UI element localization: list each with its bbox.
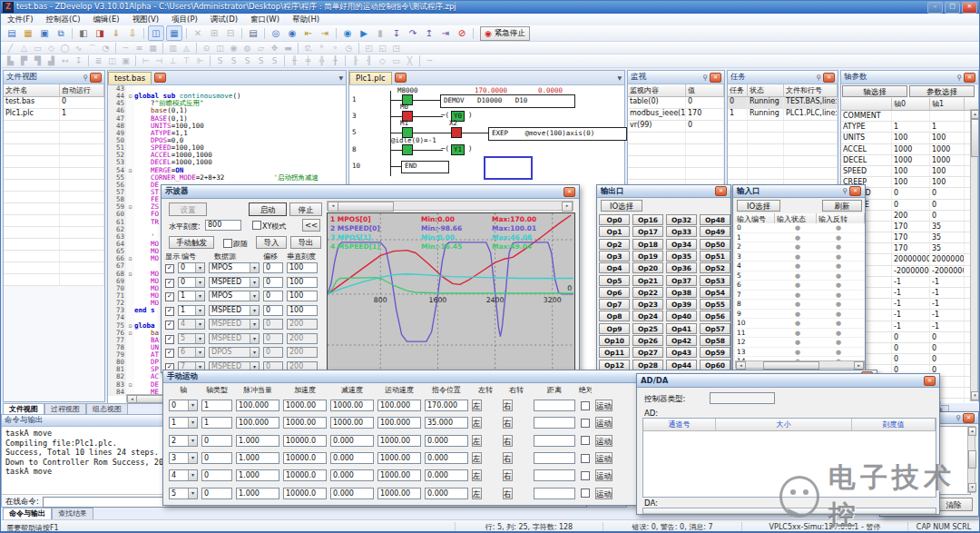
close-button[interactable]: ✕ <box>962 2 977 14</box>
cmdpos-input[interactable]: 35.000 <box>425 417 468 429</box>
capture-vscrollbar[interactable]: ▴ ▾ <box>967 426 975 493</box>
channel-scale-input[interactable]: 200 <box>287 347 318 358</box>
file-row-test.bas[interactable]: test.bas0 <box>4 97 104 109</box>
console-tab-1[interactable]: 查找结果 <box>52 508 93 519</box>
output-op18-button[interactable]: Op18 <box>632 239 663 250</box>
output-op26-button[interactable]: Op26 <box>632 335 663 346</box>
channel-scale-input[interactable]: 200 <box>287 319 318 330</box>
axis-dropdown[interactable]: 1 <box>169 417 198 429</box>
tab-plc1-plc[interactable]: Plc1.plc <box>349 72 392 84</box>
speed-input[interactable]: 1000.00 <box>377 435 421 447</box>
pin-icon[interactable]: ⚲ <box>842 187 848 195</box>
output-op24-button[interactable]: Op24 <box>632 311 663 321</box>
contact-edge-icon[interactable]: ⊩ <box>194 55 206 66</box>
pulse-unit-input[interactable]: 1.000 <box>236 469 279 481</box>
axis-dropdown[interactable]: 0 <box>169 400 198 411</box>
decel-input[interactable]: 0.000 <box>330 488 374 499</box>
copy-ladder-icon[interactable]: ▛ <box>18 55 30 66</box>
lamp-icon[interactable]: ⊙ <box>201 43 212 54</box>
cmdpos-input[interactable]: 0.000 <box>425 452 468 464</box>
page-icon[interactable]: ◳ <box>390 43 402 54</box>
jog-left-button[interactable]: 左 <box>472 417 482 429</box>
pin-icon[interactable]: ⚲ <box>83 74 88 82</box>
contact-p-icon[interactable]: ⊥ <box>167 55 179 66</box>
output-op9-button[interactable]: Op9 <box>599 323 630 334</box>
accel-input[interactable]: 10000.0 <box>283 469 327 481</box>
jog-right-button[interactable]: 右 <box>503 452 513 464</box>
da-table[interactable] <box>642 508 936 514</box>
input-invert-led[interactable]: ● <box>836 281 841 289</box>
ctrl-type-field[interactable] <box>710 392 775 404</box>
file-col-name[interactable]: 文件名 <box>4 84 60 96</box>
output-op12-button[interactable]: Op12 <box>599 360 630 370</box>
jog-left-button[interactable]: 左 <box>472 400 482 411</box>
scope-graph[interactable]: 8001600240032000 1 MPOS[0]Min:0.00Max:17… <box>327 212 575 372</box>
jog-left-button[interactable]: 左 <box>472 452 482 464</box>
scope-channel-3[interactable]: ✓1MSPEED0100 <box>162 304 325 319</box>
hand-icon[interactable]: ✥ <box>269 43 280 54</box>
scope-channel-4[interactable]: ✓4MSPEED0200 <box>162 318 325 332</box>
scope-channel-5[interactable]: ✓5MSPEED0200 <box>162 332 325 347</box>
axis-dropdown[interactable]: 2 <box>169 435 198 447</box>
input-invert-led[interactable]: ● <box>836 301 841 308</box>
distance-input[interactable] <box>534 435 575 447</box>
axis0-col[interactable]: 轴0 <box>892 98 930 110</box>
maximize-button[interactable]: □ <box>945 2 960 14</box>
output-op7-button[interactable]: Op7 <box>599 299 630 310</box>
jog-right-button[interactable]: 右 <box>503 469 513 481</box>
absolute-checkbox[interactable] <box>581 454 590 463</box>
channel-scale-input[interactable]: 100 <box>287 291 318 301</box>
speed-input[interactable]: 1000.00 <box>377 469 421 481</box>
task-col[interactable]: 文件和行号 <box>784 84 838 96</box>
output-op35-button[interactable]: Op35 <box>666 251 697 262</box>
jog-right-button[interactable]: 右 <box>503 400 513 411</box>
channel-show-checkbox[interactable]: ✓ <box>165 307 174 316</box>
channel-show-checkbox[interactable]: ✓ <box>165 321 174 330</box>
task-row-1[interactable]: 1RunningPLC1.PLC,line:1 <box>728 109 838 121</box>
arrow-left-icon[interactable]: ↤ <box>59 55 71 66</box>
arrow-down-icon[interactable]: ↧ <box>73 55 84 66</box>
input-hscrollbar[interactable]: ◂ ▸ <box>735 360 865 369</box>
step-out-icon[interactable]: ↥ <box>422 26 436 40</box>
menu-item-4[interactable]: 项目(P) <box>165 15 204 25</box>
table-icon[interactable]: ▦ <box>147 43 159 54</box>
file-col-autorun[interactable]: 自动运行 <box>60 84 104 96</box>
output-op42-button[interactable]: Op42 <box>666 335 697 346</box>
output-op28-button[interactable]: Op28 <box>632 360 663 370</box>
axis-param-row[interactable]: DECEL10001000 <box>841 155 978 166</box>
axis-param-row[interactable]: ACCEL10001000 <box>841 144 978 155</box>
save-icon[interactable]: ▣ <box>37 26 52 40</box>
distance-input[interactable] <box>534 400 575 411</box>
pin-icon[interactable]: ⚲ <box>816 74 821 82</box>
channel-number-dropdown[interactable]: 0 <box>178 277 205 288</box>
pulse-unit-input[interactable]: 100.000 <box>236 400 279 411</box>
ad-col[interactable]: 刻度值 <box>852 419 936 430</box>
del-bar-icon[interactable]: ╂ <box>329 55 341 66</box>
scope-channel-2[interactable]: ✓1MPOS0100 <box>162 290 325 304</box>
close-icon[interactable]: ✕ <box>963 413 975 423</box>
refresh-button[interactable]: 刷新 <box>822 200 862 212</box>
run-icon[interactable]: ◉ <box>340 26 355 40</box>
insert-row-icon[interactable]: ▜ <box>32 55 44 66</box>
menu-item-1[interactable]: 控制器(C) <box>40 15 87 25</box>
contact-no-icon[interactable]: ⊢ <box>140 55 152 66</box>
output-op1-button[interactable]: Op1 <box>599 226 630 237</box>
rung-icon[interactable]: ≣ <box>93 55 104 66</box>
pulse-unit-input[interactable]: 1.000 <box>236 452 279 464</box>
axis-dropdown[interactable]: 5 <box>169 488 198 499</box>
output-op36-button[interactable]: Op36 <box>666 262 697 273</box>
distance-input[interactable] <box>534 417 575 429</box>
axis-type-input[interactable]: 1 <box>201 417 232 429</box>
cmdpos-input[interactable]: 0.000 <box>425 435 468 447</box>
input-invert-led[interactable]: ● <box>836 243 841 251</box>
wire-del-icon[interactable]: ╳ <box>404 55 416 66</box>
emergency-stop-button[interactable]: ◉紧急停止 <box>480 26 530 41</box>
absolute-checkbox[interactable] <box>581 489 590 498</box>
collapse-button[interactable]: << <box>302 219 320 232</box>
output-op58-button[interactable]: Op58 <box>700 335 730 346</box>
channel-offset-input[interactable]: 0 <box>263 262 283 273</box>
output-op38-button[interactable]: Op38 <box>666 287 697 298</box>
reset-coil-icon[interactable]: S <box>241 55 253 66</box>
channel-scale-input[interactable]: 200 <box>287 333 318 344</box>
output-op37-button[interactable]: Op37 <box>666 275 697 286</box>
